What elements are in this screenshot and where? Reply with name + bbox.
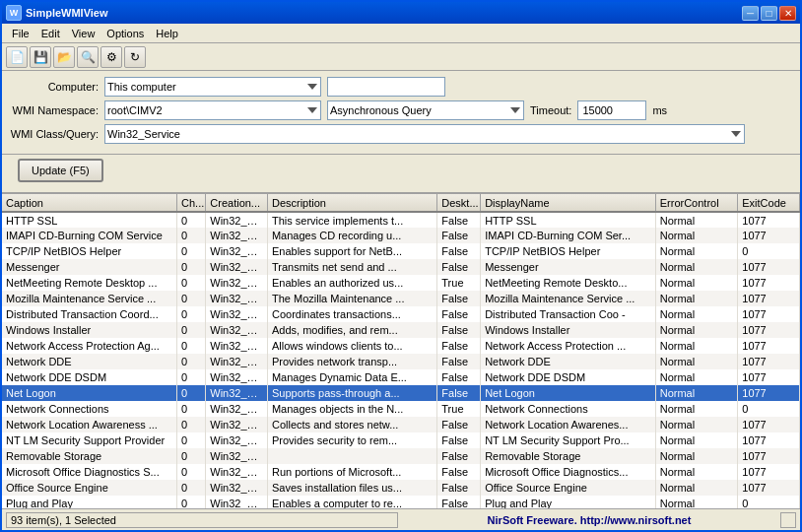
cell-ch: 0 xyxy=(177,291,206,306)
cell-errorcontrol: Normal xyxy=(655,338,738,354)
cell-displayname: Removable Storage xyxy=(481,448,656,464)
cell-ch: 0 xyxy=(177,306,206,322)
table-row[interactable]: Network DDE0Win32_Se...Provides network … xyxy=(2,354,800,369)
computer-row: Computer: This computer xyxy=(10,77,792,97)
cell-description: Saves installation files us... xyxy=(267,480,436,496)
table-row[interactable]: Network Connections0Win32_Se...Manages o… xyxy=(2,401,800,417)
cell-deskt: False xyxy=(437,480,481,496)
cell-description: Allows windows clients to... xyxy=(267,338,436,354)
cell-ch: 0 xyxy=(177,385,206,401)
col-header-deskt[interactable]: Deskt... xyxy=(437,194,481,212)
cell-errorcontrol: Normal xyxy=(655,354,738,369)
cell-errorcontrol: Normal xyxy=(655,401,738,417)
table-row[interactable]: Net Logon0Win32_Se...Supports pass-throu… xyxy=(2,385,800,401)
col-header-creation[interactable]: Creation... xyxy=(206,194,268,212)
cell-creation: Win32_Se... xyxy=(206,464,268,480)
computer-select[interactable]: This computer xyxy=(104,77,321,97)
cell-deskt: False xyxy=(437,369,481,385)
cell-caption: IMAPI CD-Burning COM Service xyxy=(2,228,177,243)
table-row[interactable]: Network DDE DSDM0Win32_Se...Manages Dyna… xyxy=(2,369,800,385)
table-row[interactable]: Removable Storage0Win32_Se...FalseRemova… xyxy=(2,448,800,464)
cell-exitcode: 0 xyxy=(738,243,800,259)
table-row[interactable]: HTTP SSL0Win32_Se...This service impleme… xyxy=(2,212,800,228)
class-row: WMI Class/Query: Win32_Service xyxy=(10,124,792,144)
cell-displayname: TCP/IP NetBIOS Helper xyxy=(481,243,656,259)
query-type-select[interactable]: Asynchronous Query xyxy=(327,100,524,120)
computer-extra-input[interactable] xyxy=(327,77,445,97)
cell-deskt: False xyxy=(437,496,481,508)
cell-deskt: False xyxy=(437,306,481,322)
cell-creation: Win32_Se... xyxy=(206,322,268,338)
cell-errorcontrol: Normal xyxy=(655,275,738,291)
col-header-caption[interactable]: Caption xyxy=(2,194,177,212)
menu-edit[interactable]: Edit xyxy=(35,26,66,41)
cell-deskt: False xyxy=(437,448,481,464)
cell-description: Adds, modifies, and rem... xyxy=(267,322,436,338)
cell-creation: Win32_Se... xyxy=(206,338,268,354)
cell-deskt: True xyxy=(437,401,481,417)
toolbar-open-button[interactable]: 📂 xyxy=(53,46,75,68)
table-row[interactable]: NT LM Security Support Provider0Win32_Se… xyxy=(2,432,800,448)
table-row[interactable]: Distributed Transaction Coord...0Win32_S… xyxy=(2,306,800,322)
table-row[interactable]: Network Access Protection Ag...0Win32_Se… xyxy=(2,338,800,354)
menu-help[interactable]: Help xyxy=(150,26,184,41)
table-body: HTTP SSL0Win32_Se...This service impleme… xyxy=(2,212,800,508)
menu-options[interactable]: Options xyxy=(100,26,150,41)
class-label: WMI Class/Query: xyxy=(10,128,99,140)
table-row[interactable]: NetMeeting Remote Desktop ...0Win32_Se..… xyxy=(2,275,800,291)
col-header-exitcode[interactable]: ExitCode xyxy=(738,194,800,212)
col-header-ch[interactable]: Ch... xyxy=(177,194,206,212)
table-row[interactable]: TCP/IP NetBIOS Helper0Win32_Se...Enables… xyxy=(2,243,800,259)
cell-caption: Messenger xyxy=(2,259,177,275)
cell-ch: 0 xyxy=(177,480,206,496)
minimize-button[interactable]: ─ xyxy=(742,6,759,21)
col-header-errorcontrol[interactable]: ErrorControl xyxy=(655,194,738,212)
cell-errorcontrol: Normal xyxy=(655,259,738,275)
scrollbar-corner xyxy=(780,512,796,528)
cell-exitcode: 1077 xyxy=(738,338,800,354)
toolbar-refresh-button[interactable]: ↻ xyxy=(124,46,146,68)
cell-caption: Network DDE DSDM xyxy=(2,369,177,385)
table-row[interactable]: Plug and Play0Win32_Se...Enables a compu… xyxy=(2,496,800,508)
cell-caption: Net Logon xyxy=(2,385,177,401)
cell-creation: Win32_Se... xyxy=(206,354,268,369)
table-row[interactable]: IMAPI CD-Burning COM Service0Win32_Se...… xyxy=(2,228,800,243)
table-row[interactable]: Windows Installer0Win32_Se...Adds, modif… xyxy=(2,322,800,338)
status-center: NirSoft Freeware. http://www.nirsoft.net xyxy=(398,514,780,526)
table-container: Caption Ch... Creation... Description De… xyxy=(2,193,800,508)
menu-view[interactable]: View xyxy=(66,26,101,41)
cell-exitcode: 1077 xyxy=(738,259,800,275)
namespace-select[interactable]: root\CIMV2 xyxy=(104,100,321,120)
table-row[interactable]: Messenger0Win32_Se...Transmits net send … xyxy=(2,259,800,275)
table-row[interactable]: Network Location Awareness ...0Win32_Se.… xyxy=(2,417,800,432)
col-header-displayname[interactable]: DisplayName xyxy=(481,194,656,212)
close-button[interactable]: ✕ xyxy=(779,6,796,21)
table-row[interactable]: Microsoft Office Diagnostics S...0Win32_… xyxy=(2,464,800,480)
cell-deskt: False xyxy=(437,385,481,401)
toolbar-settings-button[interactable]: ⚙ xyxy=(100,46,122,68)
namespace-row: WMI Namespace: root\CIMV2 Asynchronous Q… xyxy=(10,100,792,120)
cell-exitcode: 1077 xyxy=(738,212,800,228)
table-wrapper[interactable]: Caption Ch... Creation... Description De… xyxy=(2,194,800,508)
update-button[interactable]: Update (F5) xyxy=(18,159,103,182)
cell-exitcode: 1077 xyxy=(738,322,800,338)
class-select[interactable]: Win32_Service xyxy=(104,124,745,144)
cell-caption: Distributed Transaction Coord... xyxy=(2,306,177,322)
status-left: 93 item(s), 1 Selected xyxy=(6,512,398,528)
cell-caption: Network Location Awareness ... xyxy=(2,417,177,432)
cell-deskt: False xyxy=(437,338,481,354)
main-window: W SimpleWMIView ─ □ ✕ File Edit View Opt… xyxy=(0,0,802,532)
cell-errorcontrol: Normal xyxy=(655,480,738,496)
table-row[interactable]: Office Source Engine0Win32_Se...Saves in… xyxy=(2,480,800,496)
col-header-description[interactable]: Description xyxy=(267,194,436,212)
table-row[interactable]: Mozilla Maintenance Service ...0Win32_Se… xyxy=(2,291,800,306)
timeout-input[interactable] xyxy=(577,100,646,120)
toolbar-new-button[interactable]: 📄 xyxy=(6,46,28,68)
maximize-button[interactable]: □ xyxy=(761,6,777,21)
cell-ch: 0 xyxy=(177,448,206,464)
toolbar-find-button[interactable]: 🔍 xyxy=(77,46,99,68)
menu-file[interactable]: File xyxy=(6,26,35,41)
cell-description: Provides network transp... xyxy=(267,354,436,369)
cell-description: Manages objects in the N... xyxy=(267,401,436,417)
toolbar-save-button[interactable]: 💾 xyxy=(30,46,51,68)
